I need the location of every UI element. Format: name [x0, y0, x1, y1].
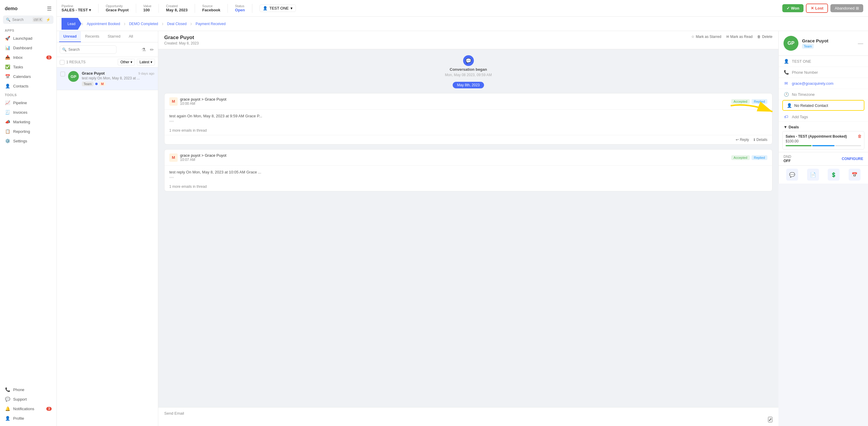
status-label: Status [235, 4, 245, 8]
sidebar-item-calendars[interactable]: 📅 Calendars [0, 72, 56, 81]
sidebar-item-label: Phone [13, 388, 25, 392]
accepted-badge-2: Accepted [731, 155, 750, 160]
abandoned-button[interactable]: Abandoned ⊞ [830, 4, 863, 12]
rp-phone: Phone Number [792, 70, 818, 75]
tools-section-label: Tools [0, 91, 56, 98]
deal-delete-button[interactable]: 🗑 [858, 134, 862, 138]
sidebar-item-notifications[interactable]: 🔔 Notifications 3 [0, 404, 56, 414]
email-dots-2: *** [169, 176, 174, 180]
email-body-2: test reply On Mon, May 8, 2023 at 10:05 … [164, 166, 772, 185]
stage-deal[interactable]: Deal Closed [164, 18, 190, 30]
read-button[interactable]: ✉ Mark as Read [726, 35, 753, 39]
filter-button[interactable]: ⚗ [140, 46, 147, 54]
checkmark-icon: ✓ [786, 6, 790, 10]
left-panel: Unread Recents Starred All 🔍 ⚗ ✏ [57, 31, 158, 426]
thread-more-2[interactable]: 1 more emails in thread [164, 185, 772, 191]
conv-header-info: Grace Puyot Created: May 8, 2023 [164, 35, 198, 45]
sidebar-item-settings[interactable]: ⚙️ Settings [0, 136, 56, 146]
accepted-badge: Accepted [731, 99, 750, 104]
sidebar-item-label: Contacts [13, 84, 28, 88]
stage-demo[interactable]: DEMO Completed [125, 18, 161, 30]
sidebar-item-marketing[interactable]: 📣 Marketing [0, 117, 56, 127]
lost-button[interactable]: ✕ Lost [806, 4, 828, 13]
hamburger-icon[interactable]: ☰ [47, 5, 52, 12]
unread-dot [95, 83, 98, 85]
rp-timezone: No Timezone [792, 92, 815, 97]
email-body-1: test again On Mon, May 8, 2023 at 9:59 A… [164, 109, 772, 128]
settings-icon: ⚙️ [5, 138, 10, 143]
rp-name-block: Grace Puyot Team [802, 38, 828, 48]
rp-team-tag: Team [802, 44, 814, 48]
rp-timezone-field[interactable]: 🕐 No Timezone [779, 89, 868, 100]
sidebar-item-invoices[interactable]: 🧾 Invoices [0, 107, 56, 117]
email-actions-1: ↩ Reply ℹ Details [164, 135, 772, 144]
send-email-input[interactable]: Send Email [164, 411, 772, 416]
tab-unread[interactable]: Unread [59, 31, 81, 42]
notes-icon-btn[interactable]: 📄 [807, 169, 819, 181]
conversation-item[interactable]: GP Grace Puyot 9 days ago test reply On … [57, 67, 158, 90]
search-input[interactable] [60, 45, 117, 54]
delete-button[interactable]: 🗑 Delete [757, 35, 772, 39]
star-button[interactable]: ☆ Mark as Starred [691, 35, 721, 39]
email-from-2: M grace puyot > Grace Puyot 10:07 AM [169, 153, 226, 162]
sidebar-item-contacts[interactable]: 👤 Contacts [0, 81, 56, 91]
latest-filter[interactable]: Latest ▾ [137, 59, 155, 65]
email-sender-info: grace puyot > Grace Puyot 10:00 AM [180, 97, 226, 106]
sidebar-item-reporting[interactable]: 📋 Reporting [0, 127, 56, 136]
calendar-icon-btn[interactable]: 📅 [848, 169, 861, 181]
sidebar-item-launchpad[interactable]: 🚀 Launchpad [0, 33, 56, 43]
thread-more-1[interactable]: 1 more emails in thread [164, 128, 772, 135]
won-button[interactable]: ✓ Won [782, 4, 804, 12]
rp-related-contact[interactable]: 👤 No Related Contact [782, 100, 864, 111]
stage-lead[interactable]: Lead [62, 18, 82, 30]
phone-field-icon: 📞 [783, 70, 789, 75]
tab-recents[interactable]: Recents [81, 31, 103, 42]
rp-phone-field[interactable]: 📞 Phone Number [779, 67, 868, 78]
expand-button[interactable]: ⤢ [768, 417, 772, 422]
conversations-icon-btn[interactable]: 💬 [786, 169, 798, 181]
top-bar: Pipeline SALES - TEST ▾ Opportunity Grac… [57, 0, 868, 17]
sidebar-item-inbox[interactable]: 📥 Inbox 1 [0, 53, 56, 62]
rp-add-tags: Add Tags [792, 114, 808, 119]
compose-button[interactable]: ✏ [149, 46, 155, 54]
sidebar-item-dashboard[interactable]: 📊 Dashboard [0, 43, 56, 53]
other-filter[interactable]: Other ▾ [118, 59, 135, 65]
chat-bubble-icon: 💬 [789, 172, 795, 177]
sidebar-item-tasks[interactable]: ✅ Tasks [0, 62, 56, 72]
conv-began-block: 💬 Conversation began Mon, May 08 2023, 0… [164, 55, 772, 77]
phone-icon: 📞 [5, 387, 10, 392]
user-assign[interactable]: 👤 TEST ONE ▾ [259, 4, 296, 12]
rp-user-field: 👤 TEST ONE [779, 56, 868, 67]
payments-icon-btn[interactable]: 💲 [828, 169, 840, 181]
rp-tags-field[interactable]: 🏷 Add Tags [779, 112, 868, 122]
rp-email-field[interactable]: ✉ grace@goacquirely.com [779, 78, 868, 89]
replied-badge-2: Replied [751, 155, 767, 160]
app-logo: demo [5, 6, 18, 11]
tab-all[interactable]: All [125, 31, 137, 42]
conv-checkbox[interactable] [60, 72, 65, 76]
reply-button[interactable]: ↩ Reply [736, 138, 749, 142]
notifications-badge: 3 [46, 407, 52, 411]
inbox-icon: 📥 [5, 55, 10, 60]
sidebar-item-support[interactable]: 💬 Support [0, 394, 56, 404]
sidebar-item-label: Launchpad [13, 36, 32, 41]
minimize-button[interactable]: — [858, 40, 863, 46]
sidebar-search[interactable]: 🔍 Search ctrl K ⚡ [3, 15, 54, 24]
deal-card: 🗑 Sales - TEST (Appointment Booked) $100… [782, 131, 864, 150]
email-sender-info-2: grace puyot > Grace Puyot 10:07 AM [180, 153, 226, 162]
select-all-checkbox[interactable] [60, 60, 64, 65]
sidebar-item-phone[interactable]: 📞 Phone [0, 385, 56, 394]
tab-starred[interactable]: Starred [103, 31, 125, 42]
sidebar-item-profile[interactable]: 👤 Profile [0, 414, 56, 423]
pipeline-value[interactable]: SALES - TEST ▾ [62, 8, 91, 12]
sidebar-item-pipeline[interactable]: 📈 Pipeline [0, 98, 56, 107]
chat-icon: 💬 [463, 55, 474, 66]
stage-appointment[interactable]: Appointment Booked [83, 18, 124, 30]
status-value[interactable]: Open [235, 8, 245, 12]
created-sub: Created: May 8, 2023 [164, 41, 198, 45]
launchpad-icon: 🚀 [5, 36, 10, 41]
stage-payment[interactable]: Payment Received [192, 18, 229, 30]
configure-button[interactable]: CONFIGURE [842, 157, 863, 161]
created-date: May 8, 2023 [166, 8, 187, 12]
details-button[interactable]: ℹ Details [754, 138, 767, 142]
